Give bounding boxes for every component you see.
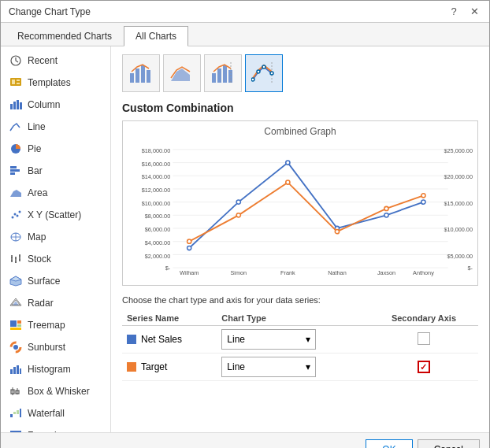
svg-rect-50: [13, 412, 16, 414]
sidebar-item-histogram[interactable]: Histogram: [1, 358, 110, 380]
svg-text:Simon: Simon: [230, 269, 247, 276]
svg-text:$6,000.00: $6,000.00: [145, 226, 170, 233]
dialog-footer: OK Cancel: [1, 432, 489, 448]
series-row-target: Target Line ▾: [122, 354, 478, 381]
svg-point-72: [262, 65, 265, 68]
boxwhisker-icon: [9, 384, 23, 398]
svg-rect-61: [141, 65, 145, 83]
combo-type-4-button[interactable]: [245, 54, 283, 92]
combo-type-2-button[interactable]: [163, 54, 201, 92]
svg-point-113: [236, 213, 240, 217]
svg-rect-49: [10, 414, 13, 417]
sidebar-item-surface[interactable]: Surface: [1, 270, 110, 292]
help-button[interactable]: ?: [447, 6, 461, 17]
svg-point-115: [335, 230, 339, 234]
ok-button[interactable]: OK: [366, 439, 412, 448]
svg-rect-37: [17, 324, 21, 327]
sunburst-icon: [9, 340, 23, 354]
col-secondary-axis: Secondary Axis: [369, 311, 478, 326]
sidebar-item-waterfall[interactable]: Waterfall: [1, 402, 110, 424]
chart-icons-row: [122, 54, 478, 92]
histogram-icon: [9, 362, 23, 376]
templates-icon: [9, 76, 23, 90]
svg-rect-12: [10, 172, 15, 175]
svg-rect-35: [10, 320, 17, 327]
close-button[interactable]: ✕: [467, 6, 481, 17]
surface-icon: [9, 274, 23, 288]
svg-point-116: [384, 206, 388, 210]
tab-recommended-charts[interactable]: Recommended Charts: [6, 26, 124, 46]
svg-point-117: [421, 194, 425, 198]
svg-rect-41: [10, 369, 13, 374]
line-icon: [9, 120, 23, 134]
chart-preview: Combined Graph $18,000.00 $16,000.00 $14…: [122, 120, 478, 286]
svg-rect-4: [17, 83, 20, 84]
svg-text:$16,000.00: $16,000.00: [142, 161, 171, 168]
series-name-cell-target: Target: [127, 361, 212, 372]
svg-text:$-: $-: [468, 265, 473, 272]
svg-rect-44: [20, 368, 21, 374]
col-chart-type: Chart Type: [217, 311, 369, 326]
sidebar-item-boxwhisker[interactable]: Box & Whisker: [1, 380, 110, 402]
secondary-axis-checkbox-target[interactable]: [418, 361, 430, 373]
svg-point-108: [286, 161, 290, 165]
series-name-target: Target: [141, 361, 167, 372]
svg-rect-38: [10, 328, 21, 330]
svg-point-110: [384, 213, 388, 217]
svg-text:$-: $-: [165, 265, 171, 272]
sidebar-item-pie[interactable]: Pie: [1, 138, 110, 160]
svg-text:$15,000.00: $15,000.00: [444, 200, 473, 207]
combo-type-3-button[interactable]: [204, 54, 242, 92]
treemap-icon: [9, 318, 23, 332]
svg-point-39: [13, 345, 18, 350]
area-icon: [9, 186, 23, 200]
svg-rect-67: [228, 70, 232, 83]
svg-rect-66: [223, 65, 227, 83]
cancel-button[interactable]: Cancel: [418, 439, 480, 448]
series-table: Series Name Chart Type Secondary Axis Ne…: [122, 311, 478, 381]
sidebar-item-column[interactable]: Column: [1, 94, 110, 116]
svg-rect-36: [17, 320, 21, 324]
col-series-name: Series Name: [122, 311, 217, 326]
svg-text:Wilham: Wilham: [180, 269, 199, 276]
series-name-cell-net-sales: Net Sales: [127, 334, 212, 345]
svg-text:$18,000.00: $18,000.00: [142, 147, 171, 154]
svg-point-16: [17, 215, 19, 217]
series-color-net-sales: [127, 335, 136, 344]
chart-type-dropdown-target[interactable]: Line ▾: [221, 357, 316, 377]
sidebar-item-treemap[interactable]: Treemap: [1, 314, 110, 336]
sidebar-item-recent[interactable]: Recent: [1, 50, 110, 72]
title-bar: Change Chart Type ? ✕: [1, 1, 489, 23]
sidebar-item-map[interactable]: Map: [1, 226, 110, 248]
svg-point-114: [286, 180, 290, 184]
svg-text:Nathan: Nathan: [328, 269, 347, 276]
svg-rect-5: [10, 104, 13, 109]
svg-point-112: [187, 239, 191, 243]
sidebar-item-area[interactable]: Area: [1, 182, 110, 204]
sidebar-item-funnel[interactable]: Funnel: [1, 424, 110, 432]
sidebar-item-radar[interactable]: Radar: [1, 292, 110, 314]
svg-text:$5,000.00: $5,000.00: [447, 253, 473, 260]
title-bar-controls: ? ✕: [447, 6, 481, 17]
svg-point-107: [236, 200, 240, 204]
svg-point-70: [251, 78, 254, 81]
sidebar-item-bar[interactable]: Bar: [1, 160, 110, 182]
svg-text:$14,000.00: $14,000.00: [142, 173, 171, 180]
sidebar-item-templates[interactable]: Templates: [1, 72, 110, 94]
sidebar-item-scatter[interactable]: X Y (Scatter): [1, 204, 110, 226]
svg-rect-52: [17, 410, 19, 414]
sidebar-item-sunburst[interactable]: Sunburst: [1, 336, 110, 358]
svg-text:Anthony: Anthony: [413, 269, 434, 276]
tab-all-charts[interactable]: All Charts: [124, 26, 188, 46]
svg-rect-53: [20, 409, 21, 417]
sidebar-item-line[interactable]: Line: [1, 116, 110, 138]
recent-icon: [9, 54, 23, 68]
sidebar-item-stock[interactable]: Stock: [1, 248, 110, 270]
secondary-axis-checkbox-net-sales[interactable]: [418, 332, 430, 345]
chart-type-dropdown-net-sales[interactable]: Line ▾: [221, 329, 316, 350]
svg-point-71: [257, 70, 260, 73]
svg-text:$20,000.00: $20,000.00: [444, 173, 473, 180]
svg-text:$2,000.00: $2,000.00: [145, 253, 170, 260]
combo-type-1-button[interactable]: [122, 54, 160, 92]
map-icon: [9, 230, 23, 244]
